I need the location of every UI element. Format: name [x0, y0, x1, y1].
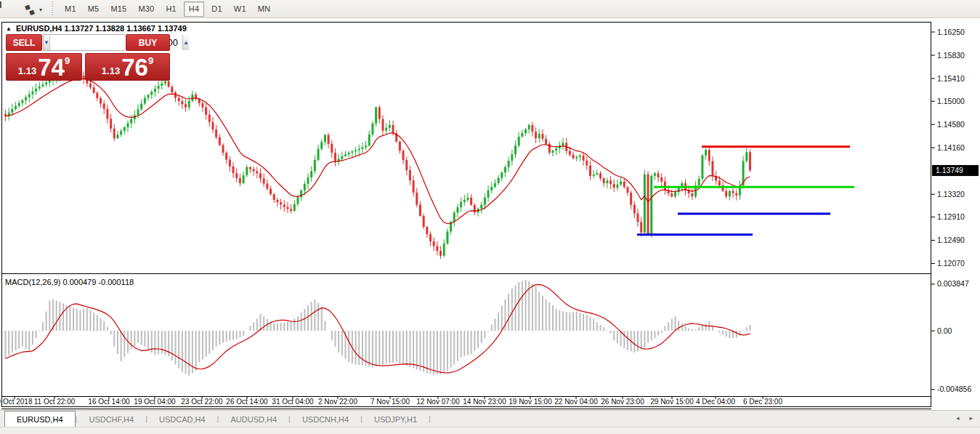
tab-scroll-left-icon[interactable]: ◂ — [956, 414, 960, 422]
date-axis-label: 12 Nov 07:00 — [416, 398, 460, 406]
timeframe-M1[interactable]: M1 — [60, 2, 81, 16]
timeframe-MN[interactable]: MN — [254, 2, 275, 16]
timeframe-H4[interactable]: H4 — [184, 1, 204, 17]
ask-price-small: 1.13 — [102, 65, 120, 76]
candles-group — [4, 68, 751, 259]
timeframe-M15[interactable]: M15 — [106, 2, 131, 16]
timeframe-M5[interactable]: M5 — [84, 2, 104, 16]
symbol-tab-USDCNHH4[interactable]: USDCNH,H4 — [291, 411, 360, 427]
date-axis-label: 9 Oct 2018 — [0, 398, 33, 406]
date-axis-label: 26 Oct 14:00 — [226, 398, 268, 406]
ask-price-big: 76 — [121, 57, 148, 78]
price-axis-label: 1.13320 — [937, 190, 965, 198]
date-axis-label: 2 Nov 22:00 — [318, 398, 357, 406]
toolbar-grip[interactable] — [51, 1, 54, 16]
tab-separator: | — [429, 414, 431, 423]
macd-axis: 0.0038470.00-0.004856 — [931, 279, 971, 393]
symbol-ohlc-title: EURUSD,H4 1.13727 1.13828 1.13667 1.1374… — [16, 24, 187, 33]
macd-histogram — [6, 280, 750, 376]
bid-price-big: 74 — [38, 57, 65, 78]
timeframe-buttons: M1M5M15M30H1H4D1W1MN — [59, 0, 276, 18]
date-axis-label: 31 Oct 04:00 — [272, 398, 314, 406]
current-price-tag: 1.13749 — [932, 165, 979, 176]
cursor-box-icon[interactable] — [1, 2, 16, 15]
price-axis-label: 1.12910 — [937, 212, 965, 221]
timeframe-H1[interactable]: H1 — [161, 2, 180, 16]
price-axis-label: 1.12070 — [937, 259, 965, 268]
ask-price-sup: 9 — [148, 55, 153, 66]
macd-signal-line — [6, 284, 750, 373]
timeframe-D1[interactable]: D1 — [207, 2, 226, 16]
price-axis-label: 1.15000 — [937, 97, 965, 105]
volume-up-button[interactable]: ▲ — [182, 35, 189, 50]
macd-axis-label: -0.004856 — [937, 385, 971, 393]
date-axis-label: 14 Nov 23:00 — [463, 398, 506, 406]
volume-stepper: ▼ ▲ — [43, 34, 125, 51]
price-axis-label: 1.14580 — [937, 120, 965, 129]
price-axis-label: 1.14160 — [937, 143, 965, 152]
date-axis-label: 26 Nov 23:00 — [601, 398, 644, 406]
date-axis-label: 29 Nov 15:00 — [650, 398, 694, 406]
macd-indicator-label: MACD(12,26,9) 0.000479 -0.000118 — [5, 278, 134, 286]
collapse-arrow-icon[interactable]: ▲ — [6, 25, 12, 32]
date-axis-label: 23 Oct 22:00 — [181, 398, 223, 406]
tab-scroll-arrows: ◂ ▸ — [956, 414, 973, 422]
mt4-window: ◆◆ ▾ M1M5M15M30H1H4D1W1MN 1.162501.15830… — [0, 0, 980, 434]
macd-axis-label: 0.00 — [937, 326, 952, 335]
price-axis-label: 1.16250 — [937, 28, 965, 36]
ma-line — [6, 79, 750, 223]
tile-charts-icon[interactable]: ◆◆ — [23, 2, 38, 15]
statusbar — [0, 427, 980, 434]
date-axis-label: 11 Oct 22:00 — [34, 398, 76, 406]
tab-scroll-right-icon[interactable]: ▸ — [969, 414, 973, 422]
sell-button[interactable]: SELL — [6, 34, 42, 51]
date-axis-label: 19 Oct 04:00 — [134, 398, 176, 406]
date-axis-label: 4 Dec 04:00 — [696, 398, 735, 406]
one-click-trading-widget: SELL ▼ ▲ BUY 1.13 74 9 1.13 76 9 — [6, 34, 170, 81]
ask-price-panel[interactable]: 1.13 76 9 — [85, 53, 170, 81]
date-axis: 9 Oct 201811 Oct 22:0016 Oct 14:0019 Oct… — [0, 396, 782, 406]
date-axis-label: 7 Nov 15:00 — [370, 398, 410, 406]
bid-price-panel[interactable]: 1.13 74 9 — [6, 53, 82, 81]
buy-button[interactable]: BUY — [126, 34, 170, 51]
date-axis-label: 19 Nov 15:00 — [509, 398, 552, 406]
current-price-label: 1.13749 — [936, 166, 963, 174]
toolbar: ◆◆ ▾ M1M5M15M30H1H4D1W1MN — [0, 0, 980, 18]
bid-price-sup: 9 — [65, 55, 70, 66]
volume-down-button[interactable]: ▼ — [44, 35, 50, 50]
symbol-tab-AUDUSDH4[interactable]: AUDUSD,H4 — [219, 411, 288, 427]
date-axis-label: 16 Oct 14:00 — [88, 398, 130, 406]
dropdown-caret-icon[interactable]: ▾ — [39, 7, 42, 13]
timeframe-W1[interactable]: W1 — [230, 2, 251, 16]
symbol-tab-USDCHFH4[interactable]: USDCHF,H4 — [77, 411, 145, 427]
symbol-tab-USDJPYH1[interactable]: USDJPY,H1 — [363, 411, 429, 427]
bid-price-small: 1.13 — [18, 65, 36, 76]
price-axis-label: 1.12490 — [937, 236, 965, 244]
price-axis-label: 1.15410 — [937, 74, 965, 83]
timeframe-M30[interactable]: M30 — [134, 2, 158, 16]
chart-title: ▲ EURUSD,H4 1.13727 1.13828 1.13667 1.13… — [6, 24, 187, 33]
symbol-tabs: EURUSD,H4|USDCHF,H4|USDCAD,H4|AUDUSD,H4|… — [4, 410, 431, 427]
symbol-tab-EURUSDH4[interactable]: EURUSD,H4 — [4, 411, 76, 427]
macd-axis-label: 0.003847 — [937, 279, 969, 288]
price-axis-label: 1.15830 — [937, 51, 965, 60]
symbol-tab-USDCADH4[interactable]: USDCAD,H4 — [147, 411, 217, 427]
date-axis-label: 22 Nov 04:00 — [554, 398, 598, 406]
symbol-tabbar: EURUSD,H4|USDCHF,H4|USDCAD,H4|AUDUSD,H4|… — [0, 410, 980, 427]
price-axis: 1.162501.158301.154101.150001.145801.141… — [931, 28, 965, 268]
date-axis-label: 6 Dec 23:00 — [743, 398, 782, 406]
